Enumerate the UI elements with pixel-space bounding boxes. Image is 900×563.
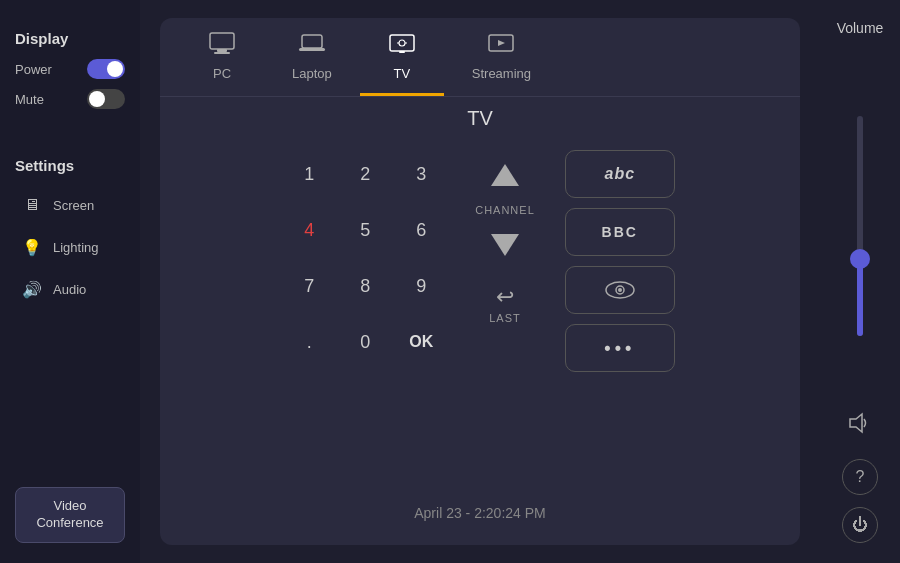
bottom-icons: ? ⏻	[842, 459, 878, 543]
channel-down-button[interactable]	[480, 220, 530, 270]
mute-toggle-row: Mute	[15, 89, 125, 109]
right-sidebar: Volume ? ⏻	[820, 0, 900, 563]
main-content: PC Laptop TV Streaming	[140, 0, 820, 563]
num-3-button[interactable]: 3	[397, 150, 445, 198]
audio-label: Audio	[53, 282, 86, 297]
num-1-button[interactable]: 1	[285, 150, 333, 198]
remote-body: TV 1 2 3 4 5 6 7 8 9 . 0 OK	[160, 97, 800, 545]
datetime-display: April 23 - 2:20:24 PM	[414, 505, 546, 535]
volume-label: Volume	[837, 20, 884, 36]
display-section-title: Display	[15, 30, 125, 47]
mute-toggle-knob	[89, 91, 105, 107]
num-0-button[interactable]: 0	[341, 318, 389, 366]
sidebar-item-screen[interactable]: 🖥 Screen	[15, 186, 125, 224]
tab-pc[interactable]: PC	[180, 18, 264, 96]
left-sidebar: Display Power Mute Settings 🖥 Screen 💡 L…	[0, 0, 140, 563]
network-buttons: abc BBC •••	[565, 150, 675, 372]
svg-rect-2	[214, 52, 230, 54]
pc-icon	[208, 32, 236, 60]
tab-laptop-label: Laptop	[292, 66, 332, 81]
lighting-icon: 💡	[21, 236, 43, 258]
tab-pc-label: PC	[213, 66, 231, 81]
svg-marker-11	[498, 40, 505, 46]
num-4-button[interactable]: 4	[285, 206, 333, 254]
volume-speaker-icon	[847, 412, 873, 439]
screen-label: Screen	[53, 198, 94, 213]
tv-icon	[388, 32, 416, 60]
cbs-eye-icon	[604, 279, 636, 301]
tab-tv[interactable]: TV	[360, 18, 444, 96]
volume-fill	[857, 259, 863, 336]
tab-streaming[interactable]: Streaming	[444, 18, 559, 96]
tab-bar: PC Laptop TV Streaming	[160, 18, 800, 97]
help-icon: ?	[856, 468, 865, 486]
volume-track[interactable]	[857, 116, 863, 336]
num-6-button[interactable]: 6	[397, 206, 445, 254]
mute-label: Mute	[15, 92, 44, 107]
svg-rect-0	[210, 33, 234, 49]
num-5-button[interactable]: 5	[341, 206, 389, 254]
volume-knob	[850, 249, 870, 269]
svg-rect-3	[302, 35, 322, 48]
volume-slider-container	[857, 50, 863, 402]
lighting-label: Lighting	[53, 240, 99, 255]
channel-down-icon	[491, 234, 519, 256]
abc-label: abc	[604, 165, 635, 183]
num-dot-button[interactable]: .	[285, 318, 333, 366]
sidebar-bottom: Video Conference	[15, 487, 125, 543]
audio-icon: 🔊	[21, 278, 43, 300]
power-toggle-row: Power	[15, 59, 125, 79]
last-icon: ↩	[496, 284, 514, 310]
svg-point-6	[399, 40, 405, 46]
num-9-button[interactable]: 9	[397, 262, 445, 310]
bbc-label: BBC	[602, 224, 638, 240]
num-2-button[interactable]: 2	[341, 150, 389, 198]
remote-controls: 1 2 3 4 5 6 7 8 9 . 0 OK	[285, 150, 675, 505]
sidebar-item-audio[interactable]: 🔊 Audio	[15, 270, 125, 308]
more-label: •••	[604, 338, 635, 359]
channel-label: CHANNEL	[475, 204, 535, 216]
svg-marker-15	[850, 414, 862, 432]
mute-toggle[interactable]	[87, 89, 125, 109]
tab-tv-label: TV	[393, 66, 410, 81]
svg-rect-1	[217, 49, 227, 52]
cbs-network-button[interactable]	[565, 266, 675, 314]
num-7-button[interactable]: 7	[285, 262, 333, 310]
remote-title: TV	[467, 107, 493, 130]
abc-network-button[interactable]: abc	[565, 150, 675, 198]
video-conf-line2: Conference	[36, 515, 103, 530]
power-toggle[interactable]	[87, 59, 125, 79]
more-network-button[interactable]: •••	[565, 324, 675, 372]
power-label: Power	[15, 62, 52, 77]
laptop-icon	[298, 32, 326, 60]
power-icon: ⏻	[852, 516, 868, 534]
settings-section-title: Settings	[15, 157, 125, 174]
screen-icon: 🖥	[21, 194, 43, 216]
tab-streaming-label: Streaming	[472, 66, 531, 81]
tab-laptop[interactable]: Laptop	[264, 18, 360, 96]
settings-section: Settings 🖥 Screen 💡 Lighting 🔊 Audio	[15, 147, 125, 312]
center-panel: PC Laptop TV Streaming	[160, 18, 800, 545]
svg-point-14	[618, 288, 622, 292]
channel-up-icon	[491, 164, 519, 186]
channel-up-button[interactable]	[480, 150, 530, 200]
help-button[interactable]: ?	[842, 459, 878, 495]
last-label: LAST	[489, 312, 521, 324]
video-conference-button[interactable]: Video Conference	[15, 487, 125, 543]
last-button[interactable]: ↩ LAST	[489, 284, 521, 324]
power-toggle-knob	[107, 61, 123, 77]
channel-control: CHANNEL ↩ LAST	[475, 150, 535, 324]
bbc-network-button[interactable]: BBC	[565, 208, 675, 256]
ok-button[interactable]: OK	[397, 318, 445, 366]
video-conf-line1: Video	[53, 498, 86, 513]
numpad: 1 2 3 4 5 6 7 8 9 . 0 OK	[285, 150, 445, 366]
svg-rect-9	[399, 51, 405, 53]
svg-rect-4	[299, 48, 325, 51]
num-8-button[interactable]: 8	[341, 262, 389, 310]
svg-rect-5	[390, 35, 414, 51]
power-button[interactable]: ⏻	[842, 507, 878, 543]
streaming-icon	[487, 32, 515, 60]
sidebar-item-lighting[interactable]: 💡 Lighting	[15, 228, 125, 266]
